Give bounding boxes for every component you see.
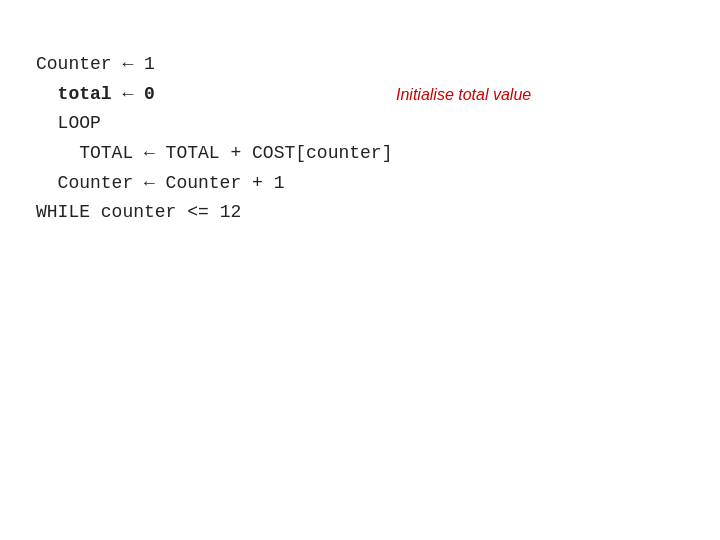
line-text: LOOP — [58, 109, 101, 139]
line-text: Counter ← Counter + 1 — [58, 169, 285, 199]
line-text: TOTAL ← TOTAL + COST[counter] — [79, 139, 392, 169]
line-while: WHILE counter <= 12 — [36, 198, 684, 228]
line-text: total ← 0 — [58, 80, 155, 110]
code-block: Counter ← 1 total ← 0 Initialise total v… — [36, 50, 684, 228]
line-text: WHILE counter <= 12 — [36, 198, 241, 228]
line-loop: LOOP — [36, 109, 684, 139]
annotation-initialise-total: Initialise total value — [396, 81, 531, 107]
line-text: Counter ← 1 — [36, 50, 155, 80]
line-counter-init: Counter ← 1 — [36, 50, 684, 80]
line-counter-update: Counter ← Counter + 1 — [36, 169, 684, 199]
line-total-init: total ← 0 Initialise total value — [36, 80, 684, 110]
line-total-update: TOTAL ← TOTAL + COST[counter] — [36, 139, 684, 169]
main-content: Counter ← 1 total ← 0 Initialise total v… — [0, 0, 720, 278]
